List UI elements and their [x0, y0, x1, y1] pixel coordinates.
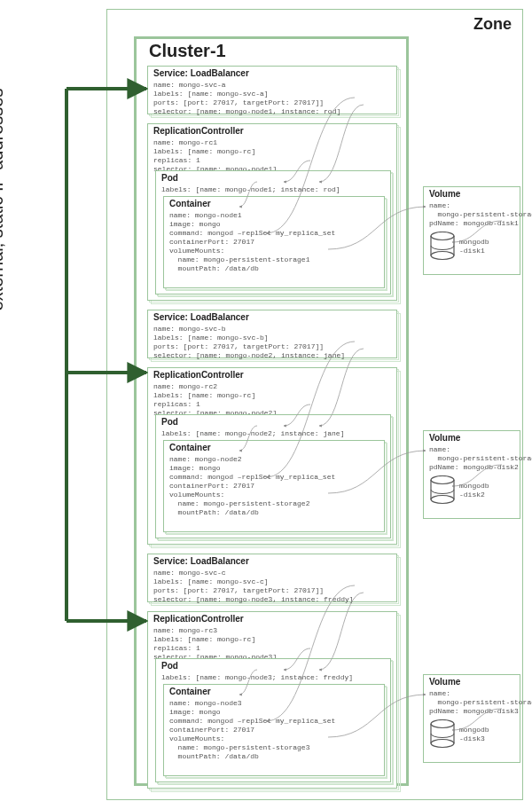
volume-box-1-line: name:: [429, 201, 514, 210]
replicationcontroller-box-1: ReplicationControllername: mongo-rc1labe…: [147, 123, 397, 301]
volume-box-2-line: mongo-persistent-storage2: [429, 454, 514, 463]
container-box-1-line: containerPort: 27017: [169, 238, 379, 247]
zone-label: Zone: [473, 15, 512, 34]
container-box-3-line: image: mongo: [169, 708, 379, 717]
side-caption: Internal Replica Set messaging uses exte…: [0, 0, 7, 408]
service-box-1-line: ports: [port: 27017, targetPort: 27017]]: [153, 98, 391, 107]
side-caption-line2: external, static IP addresses: [0, 0, 7, 408]
container-box-1-line: mountPath: /data/db: [169, 264, 379, 273]
pod-box-3-title: Pod: [161, 661, 385, 672]
service-box-2-line: selector: [name: mongo-node2, instance: …: [153, 351, 391, 360]
disk-label: mongodb-disk3: [459, 726, 489, 743]
pod-box-2-title: Pod: [161, 417, 385, 428]
volume-box-3: Volumename: mongo-persistent-storage3pdN…: [423, 674, 520, 763]
replicationcontroller-box-3-line: labels: [name: mongo-rc]: [153, 635, 391, 644]
container-box-1: Containername: mongo-node1image: mongoco…: [163, 196, 385, 288]
container-box-1-title: Container: [169, 199, 379, 210]
pod-box-3-line: labels: [name: mongo-node3; instance: fr…: [161, 673, 385, 682]
container-box-1-line: command: mongod –replSet my_replica_set: [169, 229, 379, 238]
replicationcontroller-box-3-title: ReplicationController: [153, 614, 391, 625]
svg-point-2: [431, 475, 454, 483]
replicationcontroller-box-1-title: ReplicationController: [153, 126, 391, 137]
service-box-1-line: selector: [name: mongo-node1, instance: …: [153, 107, 391, 116]
service-box-3-line: ports: [port: 27017, targetPort: 27017]]: [153, 586, 391, 595]
database-icon: [429, 719, 456, 750]
container-box-3-title: Container: [169, 687, 379, 698]
container-box-2-line: name: mongo-persistent-storage2: [169, 499, 379, 508]
volume-box-2-line: pdName: mongodb-disk2: [429, 463, 514, 472]
svg-point-0: [431, 232, 454, 240]
disk-label: mongodb-disk2: [459, 482, 489, 499]
volume-box-1-line: pdName: mongodb-disk1: [429, 219, 514, 228]
service-box-2: Service: LoadBalancername: mongo-svc-bla…: [147, 310, 397, 358]
replicationcontroller-box-3-line: name: mongo-rc3: [153, 626, 391, 635]
disk-label: mongodb-disk1: [459, 238, 489, 255]
replicationcontroller-box-2: ReplicationControllername: mongo-rc2labe…: [147, 367, 397, 545]
volume-box-3-line: mongo-persistent-storage3: [429, 698, 514, 707]
pod-box-3: Podlabels: [name: mongo-node3; instance:…: [155, 658, 391, 782]
service-box-2-title: Service: LoadBalancer: [153, 312, 391, 324]
service-box-1-line: labels: [name: mongo-svc-a]: [153, 90, 391, 98]
container-box-1-line: image: mongo: [169, 220, 379, 229]
container-box-2-line: containerPort: 27017: [169, 482, 379, 491]
replicationcontroller-box-3-line: replicas: 1: [153, 644, 391, 653]
container-box-1-line: name: mongo-node1: [169, 211, 379, 220]
pod-box-2-line: labels: [name: mongo-node2; instance: ja…: [161, 429, 385, 438]
pod-box-1: Podlabels: [name: mongo-node1; instance:…: [155, 170, 391, 295]
container-box-2-title: Container: [169, 443, 379, 454]
service-box-2-line: labels: [name: mongo-svc-b]: [153, 334, 391, 342]
volume-box-1: Volumename: mongo-persistent-storage1pdN…: [423, 186, 520, 275]
service-box-1-line: name: mongo-svc-a: [153, 81, 391, 90]
replicationcontroller-box-1-line: replicas: 1: [153, 156, 391, 165]
container-box-1-line: volumeMounts:: [169, 247, 379, 255]
pod-box-2: Podlabels: [name: mongo-node2; instance:…: [155, 414, 391, 538]
replicationcontroller-box-3: ReplicationControllername: mongo-rc3labe…: [147, 611, 397, 789]
database-icon: [429, 232, 456, 262]
container-box-3-line: name: mongo-node3: [169, 699, 379, 708]
service-box-1-title: Service: LoadBalancer: [153, 68, 391, 80]
container-box-1-line: name: mongo-persistent-storage1: [169, 255, 379, 264]
replicationcontroller-box-2-line: labels: [name: mongo-rc]: [153, 391, 391, 400]
svg-point-3: [431, 495, 454, 503]
volume-box-3-line: pdName: mongodb-disk3: [429, 707, 514, 716]
service-box-3-title: Service: LoadBalancer: [153, 556, 391, 568]
database-icon: [429, 475, 456, 506]
container-box-3: Containername: mongo-node3image: mongoco…: [163, 684, 385, 776]
volume-box-3-line: name:: [429, 689, 514, 698]
zone-region: Zone Cluster-1 Service: LoadBalancername…: [106, 9, 523, 800]
volume-box-1-title: Volume: [429, 189, 514, 200]
svg-point-5: [431, 739, 454, 747]
container-box-2-line: image: mongo: [169, 464, 379, 473]
replicationcontroller-box-2-title: ReplicationController: [153, 370, 391, 381]
container-box-2-line: volumeMounts:: [169, 491, 379, 499]
replicationcontroller-box-2-line: name: mongo-rc2: [153, 382, 391, 391]
replicationcontroller-box-1-line: name: mongo-rc1: [153, 138, 391, 147]
service-box-2-line: ports: [port: 27017, targetPort: 27017]]: [153, 342, 391, 351]
service-box-3: Service: LoadBalancername: mongo-svc-cla…: [147, 554, 397, 602]
svg-point-4: [431, 719, 454, 727]
volume-box-2-line: name:: [429, 445, 514, 454]
container-box-2-line: command: mongod –replSet my_replica_set: [169, 473, 379, 482]
container-box-3-line: name: mongo-persistent-storage3: [169, 743, 379, 752]
service-box-1: Service: LoadBalancername: mongo-svc-ala…: [147, 66, 397, 114]
service-box-3-line: name: mongo-svc-c: [153, 569, 391, 577]
container-box-2: Containername: mongo-node2image: mongoco…: [163, 440, 385, 532]
cluster-title: Cluster-1: [149, 41, 226, 61]
volume-box-2-title: Volume: [429, 433, 514, 444]
pod-box-1-title: Pod: [161, 173, 385, 185]
replicationcontroller-box-2-line: replicas: 1: [153, 400, 391, 409]
volume-box-2: Volumename: mongo-persistent-storage2pdN…: [423, 430, 520, 519]
service-box-3-line: selector: [name: mongo-node3, instance: …: [153, 595, 391, 604]
container-box-3-line: command: mongod –replSet my_replica_set: [169, 717, 379, 726]
service-box-3-line: labels: [name: mongo-svc-c]: [153, 577, 391, 586]
container-box-3-line: mountPath: /data/db: [169, 752, 379, 761]
volume-box-1-line: mongo-persistent-storage1: [429, 210, 514, 219]
cluster-region: Cluster-1 Service: LoadBalancername: mon…: [134, 36, 409, 786]
service-box-2-line: name: mongo-svc-b: [153, 325, 391, 334]
svg-point-1: [431, 251, 454, 259]
pod-box-1-line: labels: [name: mongo-node1; instance: ro…: [161, 185, 385, 194]
container-box-2-line: name: mongo-node2: [169, 455, 379, 464]
replicationcontroller-box-1-line: labels: [name: mongo-rc]: [153, 147, 391, 156]
volume-box-3-title: Volume: [429, 677, 514, 688]
container-box-3-line: volumeMounts:: [169, 734, 379, 743]
